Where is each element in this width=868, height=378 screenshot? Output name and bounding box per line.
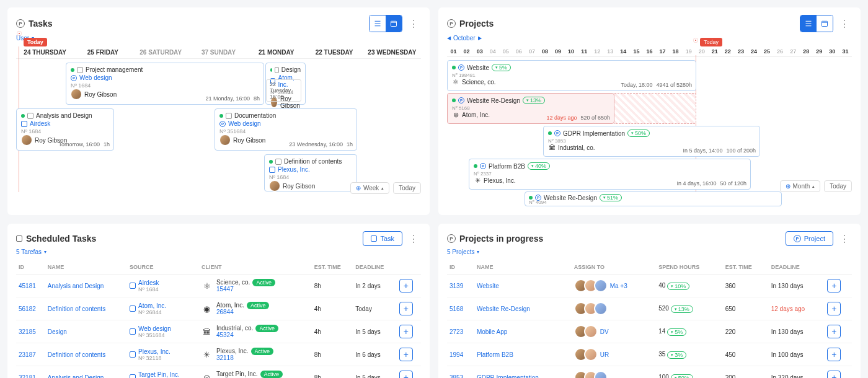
add-row-button[interactable]: + [827,325,841,338]
task-card-design[interactable]: Design Atom, Inc. Nº 26844 Roy Gibson 22… [265,63,306,105]
add-row-button[interactable]: + [399,371,413,378]
row-id[interactable]: 1994 [447,343,474,366]
table-row[interactable]: 32185 Design Web designNº 351684 🏛Indust… [16,320,421,343]
project-card-gdpr[interactable]: PGDPR Implementation50% Nº 3853 🏛Industr… [543,126,760,157]
row-source: Plexus, Inc.Nº 32118 [127,343,199,366]
task-card-def[interactable]: Definition of contents Plexus, Inc. Nº 1… [264,154,357,191]
day-column: 26 SATURDAY [132,46,190,58]
row-spend: 35 3% [656,343,722,366]
progress-more-button[interactable]: ⋮ [837,233,852,245]
calendar-view-button[interactable] [817,15,833,32]
add-row-button[interactable]: + [399,302,413,315]
row-client: 🏛Industrial, co.Active45324 [199,320,312,343]
add-row-button[interactable]: + [399,348,413,361]
row-est: 450 [723,343,769,366]
tasks-filter-dropdown[interactable]: User▾ [16,35,421,42]
list-view-button[interactable] [800,15,817,32]
avatar [594,302,608,315]
today-button-projects[interactable]: Today [824,180,852,192]
project-card-platform[interactable]: PPlatform B2B40% Nº 2337 ✳Plexus, Inc. I… [469,159,751,190]
list-view-button[interactable] [370,15,386,32]
calendar-view-button[interactable] [386,15,402,32]
project-card-redesign2[interactable]: PWebsite Re-Design51% Nº 4094 [525,191,782,206]
row-id[interactable]: 5168 [447,297,474,320]
day-column: 24 THURSDAY [16,46,74,58]
add-row-button[interactable]: + [399,279,413,292]
row-assign: UR [572,343,657,366]
day-column: 16 [643,46,656,56]
project-card-redesign[interactable]: PWebsite Re-Design13% Nº 5168 ⊛Atom, Inc… [447,93,614,124]
row-name[interactable]: Platform B2B [474,343,572,366]
table-row[interactable]: 56182 Definition of contents Atom, Inc.N… [16,297,421,320]
zoom-month-button[interactable]: ⊕Month▴ [780,180,821,192]
projects-month-nav[interactable]: ◀October▶ [447,35,852,42]
table-row[interactable]: 2723 Mobile App DV 14 5% 220 In 130 days… [447,320,852,343]
row-id[interactable]: 32185 [16,320,45,343]
row-name[interactable]: Analysis and Design [45,275,127,297]
scheduled-more-button[interactable]: ⋮ [406,233,421,245]
day-column: 31 [839,46,852,56]
row-deadline: In 5 days [353,366,397,379]
table-header: SOURCE [127,260,199,275]
new-project-button[interactable]: PProject [786,231,833,246]
row-name[interactable]: GDPR Implementation [474,366,572,379]
add-row-button[interactable]: + [827,279,841,292]
row-id[interactable]: 2723 [447,320,474,343]
row-name[interactable]: Website Re-Design [474,297,572,320]
row-source: Web designNº 351684 [127,320,199,343]
project-card-website[interactable]: PWebsite5% Nº 198481 ⚛Science, co. Today… [447,60,696,91]
row-deadline: In 130 days [769,320,825,343]
row-name[interactable]: Definition of contents [45,343,127,366]
table-row[interactable]: 3139 Website Ma +3 40 10% 360 In 130 day… [447,275,852,297]
table-header: ID [447,260,474,275]
row-id[interactable]: 23187 [16,343,45,366]
day-column: 12 [591,46,604,56]
projects-title: P Projects [447,19,494,29]
day-column: 08 [538,46,551,56]
scheduled-table: IDNAMESOURCECLIENTEST. TIMEDEADLINE 4518… [16,260,421,378]
tasks-day-header: Today 24 THURSDAY25 FRIDAY26 SATURDAY37 … [16,46,421,59]
avatar [584,325,598,338]
day-column: 06 [512,46,525,56]
row-name[interactable]: Analysis and Design [45,366,127,379]
task-card-pm[interactable]: Project management PWeb design Nº 1684 R… [66,63,264,105]
day-column: 30 [826,46,839,56]
row-id[interactable]: 3853 [447,366,474,379]
table-row[interactable]: 23187 Definition of contents Plexus, Inc… [16,343,421,366]
tasks-more-button[interactable]: ⋮ [406,18,421,30]
row-name[interactable]: Website [474,275,572,297]
day-column: 24 [747,46,760,56]
table-row[interactable]: 45181 Analysis and Design AirdeskNº 1684… [16,275,421,297]
today-button[interactable]: Today [393,182,421,194]
table-row[interactable]: 5168 Website Re-Design 520 13% 650 12 da… [447,297,852,320]
scheduled-filter-dropdown[interactable]: 5 Tarefas▾ [16,248,421,255]
row-name[interactable]: Definition of contents [45,297,127,320]
zoom-week-button[interactable]: ⊕Week▴ [350,182,389,194]
task-card-doc[interactable]: Documentation PWeb design Nº 351684 Roy … [215,108,357,151]
scheduled-icon [16,235,22,242]
add-row-button[interactable]: + [399,325,413,338]
row-source: AirdeskNº 1684 [127,275,199,297]
row-id[interactable]: 32181 [16,366,45,379]
add-row-button[interactable]: + [827,348,841,361]
task-card-analysis[interactable]: Analysis and Design Airdesk Nº 1684 Roy … [16,108,114,151]
projects-more-button[interactable]: ⋮ [837,18,852,30]
table-row[interactable]: 32181 Analysis and Design Target Pin, In… [16,366,421,379]
add-row-button[interactable]: + [827,302,841,315]
row-id[interactable]: 3139 [447,275,474,297]
tasks-icon: P [16,19,25,28]
day-column: 17 [656,46,669,56]
row-id[interactable]: 56182 [16,297,45,320]
day-column: 04 [486,46,499,56]
table-row[interactable]: 1994 Platform B2B UR 35 3% 450 In 100 da… [447,343,852,366]
row-deadline: 12 days ago [769,297,825,320]
avatar [594,371,608,378]
row-name[interactable]: Mobile App [474,320,572,343]
new-task-button[interactable]: Task [363,231,402,246]
row-id[interactable]: 45181 [16,275,45,297]
row-name[interactable]: Design [45,320,127,343]
add-row-button[interactable]: + [827,371,841,378]
table-row[interactable]: 3853 GDPR Implementation 100 50% 200 In … [447,366,852,379]
day-column: 20 [695,46,708,56]
progress-filter-dropdown[interactable]: 5 Projects▾ [447,248,852,255]
